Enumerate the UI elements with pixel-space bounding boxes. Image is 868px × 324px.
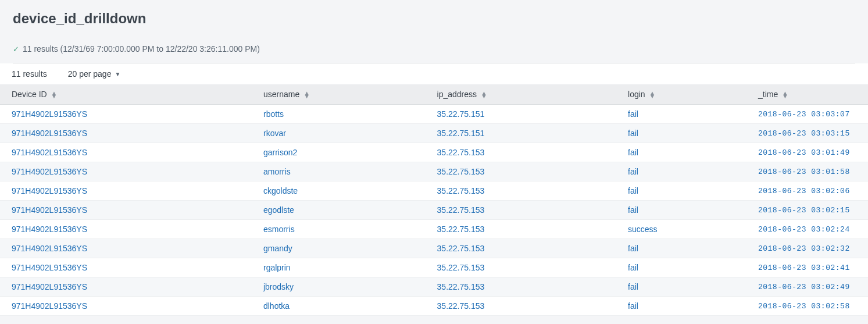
cell-device-id[interactable]: 971H4902L91536YS	[0, 162, 252, 181]
cell-username[interactable]: esmorris	[252, 220, 426, 239]
cell-ip-address[interactable]: 35.22.75.153	[426, 143, 616, 162]
cell-ip-address[interactable]: 35.22.75.153	[426, 201, 616, 220]
cell-time[interactable]: 2018-06-23 03:03:15	[746, 124, 868, 143]
table-row: 971H4902L91536YSrbotts35.22.75.151fail20…	[0, 105, 868, 124]
cell-ip-address[interactable]: 35.22.75.153	[426, 277, 616, 297]
cell-username[interactable]: amorris	[252, 162, 426, 181]
cell-device-id[interactable]: 971H4902L91536YS	[0, 297, 252, 316]
cell-time[interactable]: 2018-06-23 03:03:07	[746, 105, 868, 124]
table-row: 971H4902L91536YSjbrodsky35.22.75.153fail…	[0, 277, 868, 297]
cell-username[interactable]: ckgoldste	[252, 181, 426, 201]
cell-username[interactable]: rbotts	[252, 105, 426, 124]
sort-icon: ▲▼	[51, 92, 58, 98]
cell-ip-address[interactable]: 35.22.75.153	[426, 258, 616, 277]
results-table: Device ID ▲▼ username ▲▼ ip_address ▲▼ l…	[0, 84, 868, 316]
results-summary: 11 results (12/31/69 7:00:00.000 PM to 1…	[23, 44, 260, 54]
cell-device-id[interactable]: 971H4902L91536YS	[0, 201, 252, 220]
controls-row: 11 results 20 per page ▼	[0, 63, 868, 84]
cell-username[interactable]: rgalprin	[252, 258, 426, 277]
result-count-label: 11 results	[12, 69, 47, 79]
cell-login[interactable]: fail	[616, 162, 746, 181]
results-meta: ✓ 11 results (12/31/69 7:00:00.000 PM to…	[13, 44, 855, 63]
column-header-username[interactable]: username ▲▼	[252, 84, 426, 105]
cell-device-id[interactable]: 971H4902L91536YS	[0, 105, 252, 124]
cell-time[interactable]: 2018-06-23 03:01:49	[746, 143, 868, 162]
cell-ip-address[interactable]: 35.22.75.153	[426, 297, 616, 316]
sort-icon: ▲▼	[481, 92, 487, 98]
cell-device-id[interactable]: 971H4902L91536YS	[0, 239, 252, 258]
table-row: 971H4902L91536YSegodlste35.22.75.153fail…	[0, 201, 868, 220]
column-header-device-id[interactable]: Device ID ▲▼	[0, 84, 252, 105]
cell-username[interactable]: egodlste	[252, 201, 426, 220]
table-row: 971H4902L91536YSamorris35.22.75.153fail2…	[0, 162, 868, 181]
cell-login[interactable]: fail	[616, 143, 746, 162]
table-row: 971H4902L91536YSesmorris35.22.75.153succ…	[0, 220, 868, 239]
cell-login[interactable]: fail	[616, 239, 746, 258]
cell-time[interactable]: 2018-06-23 03:01:58	[746, 162, 868, 181]
caret-down-icon: ▼	[115, 71, 120, 77]
cell-username[interactable]: rkovar	[252, 124, 426, 143]
cell-time[interactable]: 2018-06-23 03:02:41	[746, 258, 868, 277]
table-row: 971H4902L91536YSckgoldste35.22.75.153fai…	[0, 181, 868, 201]
cell-login[interactable]: success	[616, 220, 746, 239]
cell-device-id[interactable]: 971H4902L91536YS	[0, 124, 252, 143]
check-icon: ✓	[13, 45, 19, 54]
cell-username[interactable]: jbrodsky	[252, 277, 426, 297]
table-row: 971H4902L91536YSrkovar35.22.75.151fail20…	[0, 124, 868, 143]
cell-time[interactable]: 2018-06-23 03:02:15	[746, 201, 868, 220]
cell-device-id[interactable]: 971H4902L91536YS	[0, 277, 252, 297]
header-section: device_id_drilldown ✓ 11 results (12/31/…	[0, 0, 868, 63]
per-page-label: 20 per page	[68, 69, 112, 79]
cell-login[interactable]: fail	[616, 297, 746, 316]
cell-login[interactable]: fail	[616, 105, 746, 124]
page-title: device_id_drilldown	[13, 10, 855, 27]
cell-time[interactable]: 2018-06-23 03:02:58	[746, 297, 868, 316]
cell-ip-address[interactable]: 35.22.75.151	[426, 124, 616, 143]
cell-login[interactable]: fail	[616, 124, 746, 143]
cell-ip-address[interactable]: 35.22.75.153	[426, 239, 616, 258]
cell-device-id[interactable]: 971H4902L91536YS	[0, 258, 252, 277]
sort-icon: ▲▼	[782, 92, 788, 98]
sort-icon: ▲▼	[303, 92, 310, 98]
table-row: 971H4902L91536YSgarrison235.22.75.153fai…	[0, 143, 868, 162]
cell-login[interactable]: fail	[616, 277, 746, 297]
sort-icon: ▲▼	[649, 92, 656, 98]
table-row: 971H4902L91536YSgmandy35.22.75.153fail20…	[0, 239, 868, 258]
cell-login[interactable]: fail	[616, 181, 746, 201]
column-header-time[interactable]: _time ▲▼	[746, 84, 868, 105]
cell-login[interactable]: fail	[616, 201, 746, 220]
cell-ip-address[interactable]: 35.22.75.153	[426, 162, 616, 181]
cell-time[interactable]: 2018-06-23 03:02:06	[746, 181, 868, 201]
cell-time[interactable]: 2018-06-23 03:02:32	[746, 239, 868, 258]
cell-device-id[interactable]: 971H4902L91536YS	[0, 181, 252, 201]
cell-username[interactable]: gmandy	[252, 239, 426, 258]
cell-device-id[interactable]: 971H4902L91536YS	[0, 220, 252, 239]
table-row: 971H4902L91536YSrgalprin35.22.75.153fail…	[0, 258, 868, 277]
cell-time[interactable]: 2018-06-23 03:02:24	[746, 220, 868, 239]
per-page-dropdown[interactable]: 20 per page ▼	[68, 69, 121, 79]
column-header-ip-address[interactable]: ip_address ▲▼	[426, 84, 616, 105]
cell-username[interactable]: dlhotka	[252, 297, 426, 316]
cell-device-id[interactable]: 971H4902L91536YS	[0, 143, 252, 162]
cell-login[interactable]: fail	[616, 258, 746, 277]
table-row: 971H4902L91536YSdlhotka35.22.75.153fail2…	[0, 297, 868, 316]
cell-ip-address[interactable]: 35.22.75.153	[426, 220, 616, 239]
cell-username[interactable]: garrison2	[252, 143, 426, 162]
cell-ip-address[interactable]: 35.22.75.151	[426, 105, 616, 124]
column-header-login[interactable]: login ▲▼	[616, 84, 746, 105]
cell-ip-address[interactable]: 35.22.75.153	[426, 181, 616, 201]
cell-time[interactable]: 2018-06-23 03:02:49	[746, 277, 868, 297]
